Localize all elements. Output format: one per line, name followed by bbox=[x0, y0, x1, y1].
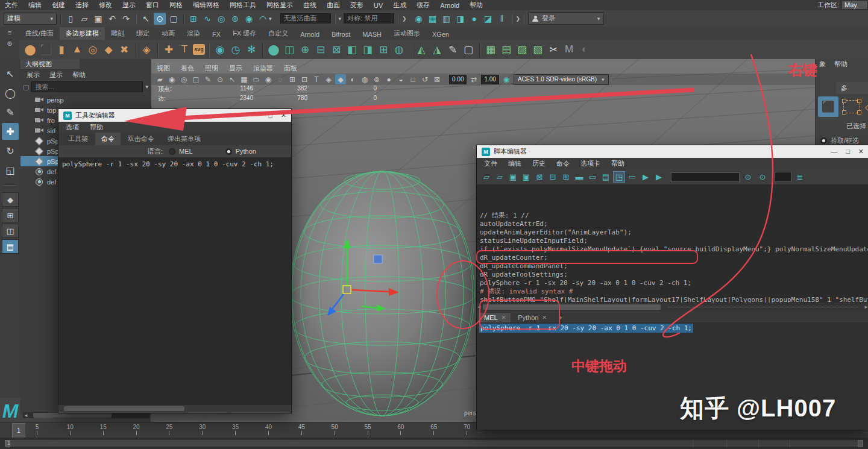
panel-icon[interactable]: ↺ bbox=[420, 74, 430, 84]
shelf-icon[interactable]: ✖ bbox=[117, 42, 131, 57]
se-menu-edit[interactable]: 编辑 bbox=[508, 159, 521, 168]
shelf-icon[interactable]: ◫ bbox=[282, 42, 297, 57]
script-search-input[interactable] bbox=[671, 172, 740, 182]
shelf-icon[interactable]: ◭ bbox=[414, 42, 429, 57]
tab-python[interactable]: Python ✕ bbox=[513, 313, 552, 322]
layout-button[interactable]: ◆ bbox=[2, 192, 19, 207]
panel-icon[interactable]: ◌ bbox=[275, 74, 286, 84]
tool-icon[interactable]: ◯ bbox=[2, 84, 19, 101]
shelf-tab[interactable]: 绑定 bbox=[130, 27, 156, 40]
shelf-tab[interactable]: 渲染 bbox=[181, 27, 206, 40]
panel-menu-view[interactable]: 视图 bbox=[157, 64, 170, 73]
poly-sphere-object[interactable] bbox=[290, 171, 474, 416]
panel-icon[interactable]: ▦ bbox=[239, 74, 250, 84]
script-toolbar-icon[interactable]: ▶ bbox=[653, 171, 665, 183]
shelf-editor-tab[interactable]: 工具架 bbox=[62, 133, 94, 145]
expand-icon[interactable]: ❯ bbox=[402, 16, 407, 22]
panel-icon[interactable]: ◉ bbox=[166, 74, 177, 84]
panel-icon[interactable]: ◈ bbox=[323, 74, 334, 84]
se-menu-file[interactable]: 文件 bbox=[484, 159, 497, 168]
menu-edit-mesh[interactable]: 编辑网格 bbox=[193, 1, 219, 10]
search-input[interactable]: 搜索... bbox=[31, 81, 143, 92]
panel-menu-renderer[interactable]: 渲染器 bbox=[253, 64, 273, 73]
panel-icon[interactable]: ⊡ bbox=[299, 74, 310, 84]
shelf-icon[interactable]: svg bbox=[193, 44, 205, 55]
panel-icon[interactable]: ◎ bbox=[178, 74, 189, 84]
shelf-editor-titlebar[interactable]: M 工具架编辑器 □ ✕ bbox=[58, 109, 291, 122]
scroll-right-icon[interactable]: ► bbox=[864, 304, 868, 310]
panel-icon[interactable]: ▢ bbox=[190, 74, 201, 84]
shelf-icon[interactable]: ▲ bbox=[70, 42, 84, 57]
layout-button[interactable]: ◫ bbox=[2, 224, 19, 238]
se-menu-tabs[interactable]: 选项卡 bbox=[580, 159, 600, 168]
shelf-tab[interactable]: 雕刻 bbox=[105, 27, 130, 40]
script-toolbar-icon[interactable]: ≔ bbox=[626, 171, 638, 183]
shelf-tab[interactable]: 运动图形 bbox=[388, 27, 426, 40]
shelf-icon[interactable]: ▤ bbox=[499, 42, 514, 57]
menu-curves[interactable]: 曲线 bbox=[303, 1, 316, 10]
close-tab-icon[interactable]: ✕ bbox=[542, 315, 547, 321]
shelf-tab[interactable]: FX 缓存 bbox=[227, 27, 262, 40]
outliner-menu-display[interactable]: 显示 bbox=[49, 71, 63, 80]
shelf-icon[interactable]: ◈ bbox=[139, 42, 154, 57]
shelf-icon[interactable]: ⊞ bbox=[376, 42, 391, 57]
shelf-icon[interactable] bbox=[479, 42, 480, 57]
menu-cache[interactable]: 缓存 bbox=[417, 1, 430, 10]
shelf-icon[interactable] bbox=[209, 42, 209, 57]
menu-arnold[interactable]: Arnold bbox=[440, 2, 459, 9]
tool-icon[interactable]: ◱ bbox=[2, 162, 19, 178]
shelf-editor-hscrollbar[interactable] bbox=[59, 405, 291, 412]
shelf-tab[interactable]: XGen bbox=[426, 29, 455, 40]
layout-button[interactable]: ▤ bbox=[2, 239, 19, 254]
menu-modify[interactable]: 修改 bbox=[99, 1, 112, 10]
mel-radio-label[interactable]: MEL bbox=[179, 148, 193, 155]
menu-select[interactable]: 选择 bbox=[75, 1, 89, 10]
search-up-icon[interactable]: ⊙ bbox=[756, 171, 769, 183]
shelf-icon[interactable]: M bbox=[562, 42, 576, 57]
shelf-icon[interactable] bbox=[410, 42, 410, 57]
menu-display[interactable]: 显示 bbox=[122, 1, 136, 10]
panel-icon[interactable]: ▰ bbox=[154, 74, 165, 84]
shelf-icon[interactable] bbox=[135, 42, 136, 57]
shelf-icon[interactable]: ⊟ bbox=[313, 42, 328, 57]
script-toolbar-icon[interactable]: ▤ bbox=[600, 171, 612, 183]
shelf-icon[interactable]: ⬛ bbox=[39, 42, 53, 57]
shelf-icon[interactable]: ▨ bbox=[515, 42, 529, 57]
script-toolbar-icon[interactable]: ⊠ bbox=[533, 171, 546, 183]
shelf-icon[interactable]: ✻ bbox=[244, 42, 259, 57]
shelf-icon[interactable]: ⊠ bbox=[329, 42, 344, 57]
object-mode-icon[interactable]: ⬛ bbox=[818, 96, 838, 117]
outliner-menu-help[interactable]: 帮助 bbox=[72, 71, 86, 80]
shelf-tab[interactable]: Bifrost bbox=[326, 29, 356, 40]
script-toolbar-icon[interactable]: ▱ bbox=[494, 171, 506, 183]
panel-icon[interactable]: ◒ bbox=[395, 74, 406, 84]
swap-icon[interactable]: ⇄ bbox=[468, 74, 479, 84]
menu-mesh-display[interactable]: 网格显示 bbox=[266, 1, 293, 10]
panel-icon[interactable]: ↖ bbox=[227, 74, 237, 84]
outliner-menu-show[interactable]: 展示 bbox=[27, 71, 40, 80]
shelf-icon[interactable]: ◉ bbox=[213, 42, 227, 57]
shelf-editor-menu-help[interactable]: 帮助 bbox=[90, 123, 103, 132]
shelf-icon[interactable]: ▦ bbox=[483, 42, 498, 57]
menu-surfaces[interactable]: 曲面 bbox=[327, 1, 340, 10]
shelf-icon[interactable]: ▧ bbox=[530, 42, 545, 57]
minimize-button[interactable]: — bbox=[831, 148, 837, 155]
script-toolbar-icon[interactable]: ▬ bbox=[573, 171, 585, 183]
python-radio-label[interactable]: Python bbox=[236, 148, 256, 155]
shelf-icon[interactable]: ◨ bbox=[360, 42, 375, 57]
maximize-button[interactable]: □ bbox=[846, 148, 850, 155]
python-radio[interactable] bbox=[225, 148, 232, 155]
shelf-tab[interactable]: MASH bbox=[356, 29, 388, 40]
shelf-tab[interactable]: 自定义 bbox=[262, 27, 294, 40]
symmetry-field[interactable]: 对称: 禁用 bbox=[344, 13, 394, 24]
workspace-selector[interactable]: 工作区: May bbox=[817, 0, 868, 10]
active-surface-field[interactable]: 无激活曲面 bbox=[280, 13, 331, 24]
shelf-icon[interactable]: ✎ bbox=[445, 42, 460, 57]
shelf-tab[interactable]: 多边形建模 bbox=[60, 27, 105, 40]
shelf-icon[interactable]: ◷ bbox=[228, 42, 243, 57]
script-editor-titlebar[interactable]: M 脚本编辑器 — □ ✕ bbox=[477, 145, 868, 158]
script-toolbar-icon[interactable]: ▣ bbox=[520, 171, 532, 183]
script-toolbar-icon[interactable]: ⊞ bbox=[560, 171, 572, 183]
shelf-icon[interactable]: ◆ bbox=[101, 42, 116, 57]
shelf-tab[interactable]: 曲线/曲面 bbox=[19, 27, 60, 40]
